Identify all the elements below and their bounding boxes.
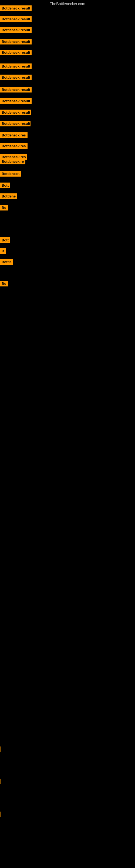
- bottleneck-result-label: Bottleneck: [0, 171, 21, 177]
- bar-indicator: |: [0, 778, 1, 784]
- bottleneck-result-label: Bottleneck result: [0, 110, 31, 115]
- bottleneck-result-label: Bottleneck res: [0, 132, 28, 138]
- bottleneck-result-label: Bottlene: [0, 193, 17, 199]
- bottleneck-result-label: Bottleneck result: [0, 16, 32, 22]
- bottleneck-result-label: Bottleneck result: [0, 5, 32, 11]
- bottleneck-result-label: Bottleneck result: [0, 98, 32, 104]
- bottleneck-result-label: Bottleneck result: [0, 39, 32, 44]
- bottleneck-result-label: Bo: [0, 205, 8, 211]
- bar-indicator: |: [0, 746, 1, 751]
- bottleneck-result-label: Bottleneck result: [0, 87, 32, 93]
- bottleneck-result-label: Bottleneck result: [0, 74, 32, 80]
- bottleneck-result-label: Bott: [0, 183, 10, 188]
- bottleneck-result-label: Bo: [0, 281, 8, 286]
- bottleneck-result-label: Bottleneck result: [0, 27, 32, 33]
- bottleneck-result-label: Bottle: [0, 259, 13, 265]
- bottleneck-result-label: Bott: [0, 237, 10, 243]
- bottleneck-result-label: Bottleneck result: [0, 121, 31, 126]
- bottleneck-result-label: Bottleneck res: [0, 143, 28, 149]
- bottleneck-result-label: B: [0, 248, 6, 254]
- bottleneck-result-label: Bottleneck result: [0, 50, 32, 55]
- bar-indicator: |: [0, 811, 1, 816]
- bottleneck-result-label: Bottleneck result: [0, 63, 32, 69]
- bottleneck-result-label: Bottleneck re: [0, 159, 26, 164]
